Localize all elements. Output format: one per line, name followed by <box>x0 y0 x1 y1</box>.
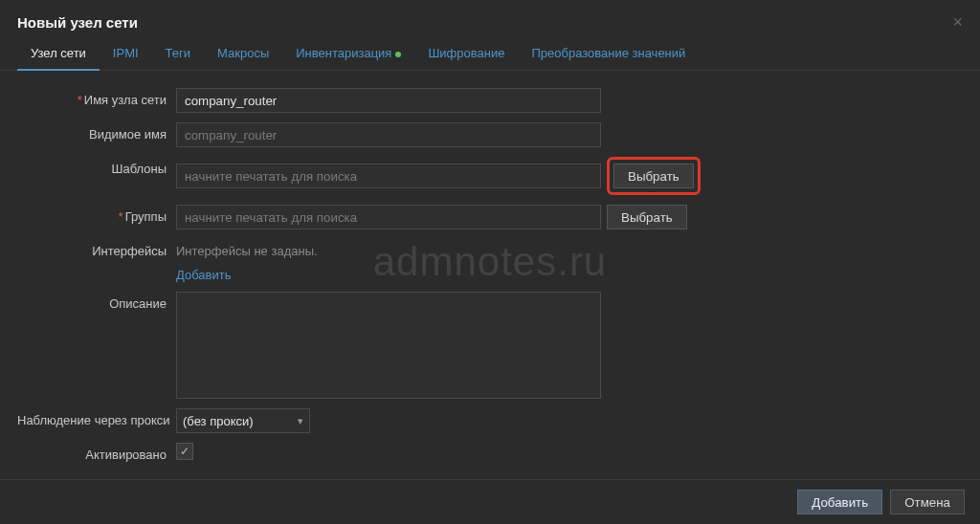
label-enabled: Активировано <box>17 443 176 462</box>
dialog-title: Новый узел сети <box>17 14 138 31</box>
label-host-name: *Имя узла сети <box>17 88 176 107</box>
label-groups: *Группы <box>17 205 176 224</box>
add-button[interactable]: Добавить <box>797 490 882 514</box>
tab-label: Инвентаризация <box>296 46 391 60</box>
indicator-dot-icon <box>395 52 401 57</box>
dialog-footer: Добавить Отмена <box>0 479 980 524</box>
tab-host[interactable]: Узел сети <box>17 38 100 70</box>
tab-label: Макросы <box>217 46 269 60</box>
tab-label: IPMI <box>113 46 139 60</box>
enabled-checkbox[interactable]: ✓ <box>176 443 193 460</box>
proxy-selected-value: (без прокси) <box>183 414 254 428</box>
tab-encryption[interactable]: Шифрование <box>414 38 518 70</box>
highlight-annotation: Выбрать <box>607 157 701 195</box>
chevron-down-icon: ▾ <box>298 415 303 427</box>
interfaces-empty-text: Интерфейсы не заданы. <box>176 239 318 258</box>
host-name-input[interactable] <box>176 88 601 113</box>
templates-input[interactable] <box>176 164 601 188</box>
cancel-button[interactable]: Отмена <box>890 490 965 514</box>
visible-name-input[interactable] <box>176 122 601 147</box>
templates-select-button[interactable]: Выбрать <box>613 164 694 188</box>
tab-value-mapping[interactable]: Преобразование значений <box>518 38 699 70</box>
tab-ipmi[interactable]: IPMI <box>100 38 152 70</box>
label-description: Описание <box>17 292 176 311</box>
label-interfaces: Интерфейсы <box>17 239 176 258</box>
form-body: *Имя узла сети Видимое имя Шаблоны Выбра… <box>0 71 980 477</box>
proxy-select[interactable]: (без прокси) ▾ <box>176 408 310 433</box>
label-proxy: Наблюдение через прокси <box>17 408 176 427</box>
tab-tags[interactable]: Теги <box>152 38 204 70</box>
description-textarea[interactable] <box>176 292 601 399</box>
label-templates: Шаблоны <box>17 157 176 176</box>
tab-macros[interactable]: Макросы <box>204 38 282 70</box>
label-visible-name: Видимое имя <box>17 122 176 142</box>
tabs: Узел сети IPMI Теги Макросы Инвентаризац… <box>0 38 980 71</box>
tab-inventory[interactable]: Инвентаризация <box>282 38 414 70</box>
close-icon[interactable]: × <box>952 13 963 31</box>
tab-label: Шифрование <box>428 46 504 60</box>
groups-select-button[interactable]: Выбрать <box>607 205 687 229</box>
tab-label: Преобразование значений <box>531 46 685 60</box>
add-interface-link[interactable]: Добавить <box>176 268 231 282</box>
check-icon: ✓ <box>180 445 189 458</box>
tab-label: Узел сети <box>31 46 86 60</box>
groups-input[interactable] <box>176 205 601 229</box>
tab-label: Теги <box>166 46 190 60</box>
